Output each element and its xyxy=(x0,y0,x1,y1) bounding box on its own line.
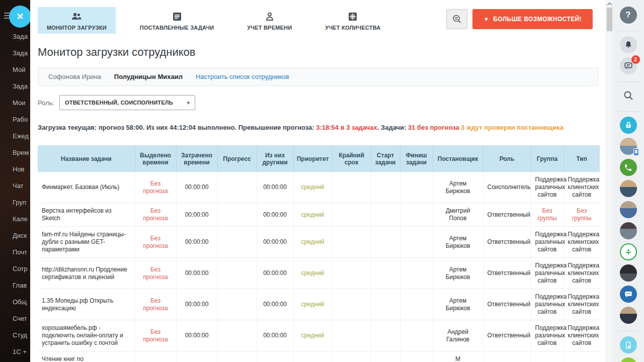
cell-assigner: Артем Бирюков xyxy=(433,172,483,203)
cell-progress xyxy=(217,172,257,203)
table-row[interactable]: 1.35 Мопеды.рф Открыть индексациюБез про… xyxy=(38,289,600,320)
sidebar-item[interactable]: Мой xyxy=(0,61,30,78)
magnifier-lines-icon xyxy=(452,14,462,24)
tab-label: ПОСТАВЛЕННЫЕ ЗАДАЧИ xyxy=(140,25,214,31)
scrollbar-up-arrow-icon[interactable] xyxy=(608,2,611,6)
table-row[interactable]: Чтение книг поМ xyxy=(38,351,600,362)
sidebar-item[interactable]: Сотр xyxy=(0,260,30,277)
tab-postavlennye-zadachi[interactable]: ПОСТАВЛЕННЫЕ ЗАДАЧИ xyxy=(131,7,223,34)
sidebar-item[interactable]: Общ xyxy=(0,294,30,310)
tab-monitor-zagruzki[interactable]: МОНИТОР ЗАГРУЗКИ xyxy=(38,7,116,34)
sidebar-item[interactable]: Ежед xyxy=(0,128,30,144)
notifications-button[interactable] xyxy=(620,36,637,53)
sidebar-item[interactable]: Рабо xyxy=(0,111,30,128)
sidebar-item[interactable]: Мои xyxy=(0,95,30,111)
contact-avatar[interactable] xyxy=(620,180,637,197)
summary-segment: . xyxy=(377,124,381,131)
table-row[interactable]: Финмаркет. Базовая (Июль)Без прогноза00:… xyxy=(38,172,600,203)
sidebar-item[interactable]: Зада xyxy=(0,45,30,61)
lock-button[interactable] xyxy=(620,117,637,134)
company-logo-button[interactable] xyxy=(620,243,637,260)
cell-role: Ответственный xyxy=(483,289,531,320)
summary-segment: 3 ждут проверки постановщика xyxy=(461,124,564,131)
sidebar-item[interactable]: Студ xyxy=(0,327,30,343)
cell-name: хорошаямебель.рф - подключить онлайн-опл… xyxy=(38,320,135,351)
cell-others: 00:00:00 xyxy=(257,258,293,289)
mobile-app-button[interactable] xyxy=(620,336,637,353)
table-row[interactable]: http://dilizhansnn.ru Продление сертифик… xyxy=(38,258,600,289)
sidebar-item[interactable]: Нов xyxy=(0,161,30,177)
cell-type: Поддержка клиентских сайтов xyxy=(564,289,600,320)
cell-allocated: Без прогноза xyxy=(135,258,176,289)
cell-role: Ответственный xyxy=(483,203,531,227)
sidebar-item[interactable]: Почт xyxy=(0,244,30,260)
cell-start xyxy=(371,203,400,227)
sidebar-item[interactable]: Врем xyxy=(0,144,30,161)
column-header: Старт задачи xyxy=(371,145,400,172)
sidebar-item[interactable]: Чат xyxy=(0,177,30,194)
cell-name: Чтение книг по xyxy=(38,351,135,362)
sidebar-item[interactable]: Зада xyxy=(0,28,30,45)
main-content: МОНИТОР ЗАГРУЗКИ ПОСТАВЛЕННЫЕ ЗАДАЧИ УЧЕ… xyxy=(30,0,606,362)
cell-finish xyxy=(400,172,433,203)
cell-progress xyxy=(217,351,257,362)
contact-avatar[interactable] xyxy=(620,222,637,239)
sidebar-item[interactable]: Зада xyxy=(0,78,30,95)
search-settings-button[interactable] xyxy=(446,9,467,29)
cell-priority: средний xyxy=(293,289,332,320)
cell-deadline xyxy=(332,258,371,289)
sidebar-item[interactable]: 1С + xyxy=(0,343,30,360)
search-button[interactable] xyxy=(620,87,637,104)
role-select-value: ответственный, соисполнитель xyxy=(65,100,173,106)
configure-employees-link[interactable]: Настроить список сотрудников xyxy=(196,73,289,80)
contact-avatar[interactable] xyxy=(620,307,637,324)
cell-deadline xyxy=(332,320,371,351)
cell-assigner: Артем Бирюков xyxy=(433,227,483,258)
cell-assigner: Дмитрий Попов xyxy=(433,203,483,227)
help-button[interactable]: ? xyxy=(620,7,637,24)
tab-label: УЧЕТ ВРЕМЕНИ xyxy=(247,25,292,31)
close-icon: ✕ xyxy=(16,11,24,22)
employee-tab-sofonova[interactable]: Софонова Ирина xyxy=(48,73,101,80)
contact-avatar[interactable] xyxy=(620,264,637,282)
employee-tab-poludnitsyn[interactable]: Полудницын Михаил xyxy=(114,73,183,80)
cell-start xyxy=(371,289,400,320)
cell-allocated: Без прогноза xyxy=(135,203,176,227)
group-chat-button[interactable] xyxy=(620,286,637,303)
sidebar-item[interactable]: Груп xyxy=(0,194,30,211)
cell-start xyxy=(371,258,400,289)
callback-button[interactable] xyxy=(620,357,637,362)
sidebar-close-button[interactable]: ✕ xyxy=(9,6,30,28)
scrollbar-thumb[interactable] xyxy=(607,8,612,31)
lock-icon xyxy=(624,121,632,129)
chat-button[interactable]: 2 xyxy=(620,57,637,74)
cell-finish xyxy=(400,351,433,362)
tab-uchet-vremeni[interactable]: УЧЕТ ВРЕМЕНИ xyxy=(238,7,301,34)
cell-others: 00:00:00 xyxy=(257,172,293,203)
role-select[interactable]: ответственный, соисполнитель ▾ xyxy=(59,95,195,110)
table-row[interactable]: Верстка интерфейсов из SketchБез прогноз… xyxy=(38,203,600,227)
phone-call-button[interactable] xyxy=(620,159,637,176)
cell-others: 00:00:00 xyxy=(257,289,293,320)
table-row[interactable]: fam-mf.ru Найдены страницы-дубли с разны… xyxy=(38,227,600,258)
cell-role: Соисполнитель xyxy=(483,172,531,203)
sidebar-item[interactable]: Кале xyxy=(0,211,30,227)
chat-lines-icon xyxy=(624,61,633,70)
table-row[interactable]: хорошаямебель.рф - подключить онлайн-опл… xyxy=(38,320,600,351)
phone-icon xyxy=(624,163,632,172)
vertical-scrollbar[interactable] xyxy=(606,0,612,362)
cell-start xyxy=(371,172,400,203)
cell-group: Поддержка различных сайтов xyxy=(531,258,564,289)
cell-priority: средний xyxy=(293,258,332,289)
sidebar-item[interactable]: Диск xyxy=(0,227,30,244)
cell-role: Ответственный xyxy=(483,320,531,351)
contact-avatar[interactable] xyxy=(620,138,637,155)
summary-segment: 3:18:54 в 3 задачах xyxy=(316,124,377,131)
cell-assigner: Артем Бирюков xyxy=(433,289,483,320)
tab-uchet-kolichestva[interactable]: УЧЕТ КОЛИЧЕСТВА xyxy=(316,7,389,34)
cell-name: Финмаркет. Базовая (Июль) xyxy=(38,172,135,203)
sidebar-item[interactable]: Глав xyxy=(0,277,30,294)
contact-avatar[interactable] xyxy=(620,201,637,218)
more-features-button[interactable]: ▼ БОЛЬШЕ ВОЗМОЖНОСТЕЙ! xyxy=(472,9,593,29)
sidebar-item[interactable]: Счет xyxy=(0,310,30,327)
